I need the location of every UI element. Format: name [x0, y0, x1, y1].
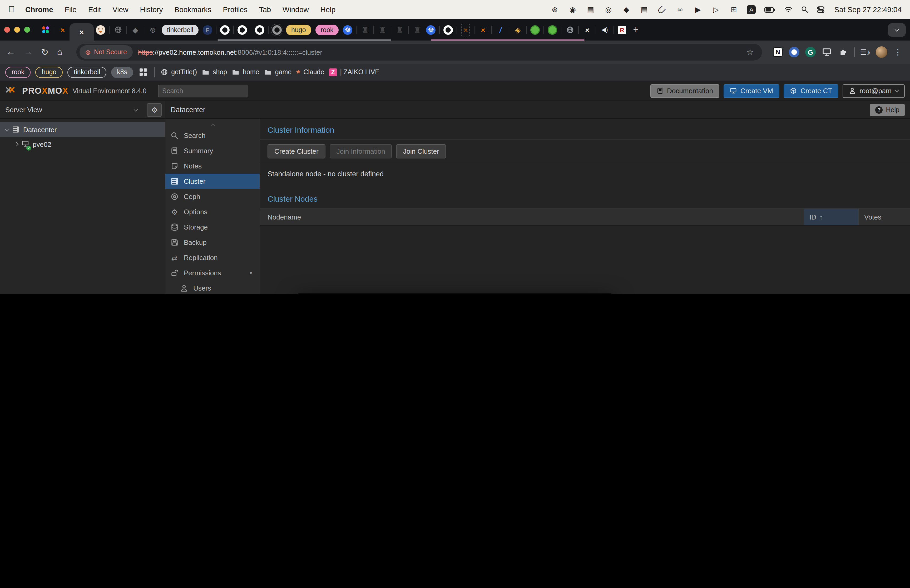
window-zoom-button[interactable] — [24, 27, 30, 32]
play-status-icon[interactable]: ▶ — [693, 5, 703, 14]
join-information-button[interactable]: Join Information — [330, 144, 392, 158]
menu-file[interactable]: File — [65, 5, 77, 14]
shield-pinned-tab[interactable]: ◆ — [128, 23, 142, 37]
tab-group-hugo[interactable]: hugo — [286, 24, 311, 35]
bookmark-zaiko[interactable]: Z| ZAIKO LIVE — [329, 68, 380, 76]
camera-status-icon[interactable]: ◉ — [568, 5, 577, 14]
windows-status-icon[interactable]: ⊞ — [729, 5, 739, 14]
view-mode-select[interactable]: Server View — [5, 106, 143, 114]
menu-tab[interactable]: Tab — [259, 5, 271, 14]
github-pinned-tab-3[interactable] — [253, 23, 267, 37]
saved-group-tinkerbell[interactable]: tinkerbell — [68, 66, 107, 78]
dialog-header[interactable]: Create Cluster × — [298, 294, 611, 294]
menu-item-notes[interactable]: Notes — [165, 158, 260, 174]
create-vm-button[interactable]: Create VM — [724, 84, 779, 98]
tree-item-datacenter[interactable]: Datacenter — [0, 122, 165, 137]
pve02-expander-icon[interactable] — [14, 142, 19, 147]
active-tab-proxmox[interactable]: × — [70, 23, 94, 40]
openai-status-icon[interactable]: ⊛ — [550, 5, 559, 14]
wifi-icon[interactable] — [784, 5, 793, 14]
menu-item-permissions[interactable]: Permissions▾ — [165, 265, 260, 281]
flux-pinned-tab[interactable]: F — [200, 23, 214, 37]
menu-item-users[interactable]: Users — [165, 281, 260, 294]
documentation-button[interactable]: Documentation — [650, 84, 719, 98]
create-ct-button[interactable]: Create CT — [784, 84, 838, 98]
proxmox-pinned-tab[interactable]: × — [56, 23, 70, 37]
keyboard-status-icon[interactable]: ▤ — [640, 5, 649, 14]
swirl-pinned-tab[interactable]: ⊛ — [146, 23, 160, 37]
profile-avatar[interactable] — [876, 46, 887, 58]
tab-group-rook[interactable]: rook — [315, 24, 339, 35]
menu-item-storage[interactable]: Storage — [165, 220, 260, 235]
column-id[interactable]: ID↑ — [804, 209, 859, 225]
screen-share-icon[interactable] — [821, 46, 832, 58]
bookmark-star-icon[interactable]: ☆ — [747, 47, 759, 57]
rook-pinned-tab-2[interactable]: ♜ — [375, 23, 389, 37]
shield-status-icon[interactable]: ◆ — [622, 5, 631, 14]
datacenter-expander-icon[interactable] — [5, 127, 9, 131]
menu-item-replication[interactable]: ⇄Replication — [165, 250, 260, 265]
saved-group-rook[interactable]: rook — [5, 66, 31, 78]
menu-profiles[interactable]: Profiles — [223, 5, 247, 14]
green-app-pinned-tab-1[interactable] — [528, 23, 542, 37]
chrome-menu-kebab-icon[interactable]: ⋮ — [892, 46, 904, 58]
menu-bookmarks[interactable]: Bookmarks — [175, 5, 212, 14]
create-cluster-button[interactable]: Create Cluster — [268, 144, 325, 158]
forward-button[interactable]: → — [24, 47, 33, 57]
globe-pinned-tab-2[interactable] — [563, 23, 577, 37]
green-app-pinned-tab-2[interactable] — [546, 23, 559, 37]
figma-pinned-tab[interactable] — [39, 23, 52, 37]
column-nodename[interactable]: Nodename — [260, 209, 804, 225]
globe-pinned-tab[interactable] — [111, 23, 125, 37]
menu-item-ceph[interactable]: Ceph — [165, 189, 260, 204]
notion-extension-icon[interactable]: N — [772, 46, 784, 58]
apps-grid-icon[interactable] — [139, 68, 147, 76]
rakuten-pinned-tab[interactable]: R — [615, 23, 629, 37]
window-close-button[interactable] — [4, 27, 10, 32]
tree-settings-button[interactable]: ⚙ — [147, 103, 162, 116]
menu-item-summary[interactable]: Summary — [165, 143, 260, 158]
menu-item-cluster[interactable]: Cluster — [165, 174, 260, 189]
glasses-status-icon[interactable]: ∞ — [676, 5, 685, 14]
not-secure-badge[interactable]: ⊗ Not Secure — [79, 45, 133, 59]
kubernetes-pinned-tab-1[interactable]: ☸ — [341, 23, 354, 37]
proxmox-pinned-tab-2[interactable]: × — [476, 23, 490, 37]
rook-pinned-tab-1[interactable]: ♜ — [358, 23, 372, 37]
back-button[interactable]: ← — [6, 47, 15, 57]
apple-menu-icon[interactable]:  — [8, 5, 15, 14]
panel-help-button[interactable]: ?Help — [870, 103, 905, 116]
face-pinned-tab[interactable] — [94, 23, 107, 37]
menu-window[interactable]: Window — [283, 5, 309, 14]
reload-button[interactable]: ↻ — [41, 47, 49, 58]
bookmark-folder-shop[interactable]: shop — [202, 68, 227, 76]
saved-group-k8s[interactable]: k8s — [111, 66, 133, 78]
github-pinned-tab-2[interactable] — [235, 23, 249, 37]
new-tab-button[interactable]: + — [633, 24, 638, 35]
grammarly-extension-icon[interactable]: G — [805, 46, 816, 58]
github-pinned-tab-4[interactable] — [270, 23, 284, 37]
menu-view[interactable]: View — [112, 5, 128, 14]
bookmark-claude[interactable]: *Claude — [296, 68, 324, 76]
rook-pinned-tab-4[interactable]: ♜ — [410, 23, 424, 37]
bookmark-gettitle[interactable]: getTitle() — [161, 68, 197, 76]
xsplit-pinned-tab[interactable]: × — [580, 23, 594, 37]
media-controls-icon[interactable]: ☰♪ — [860, 46, 871, 58]
input-source-icon[interactable]: A — [747, 5, 756, 14]
pve-search-input[interactable] — [158, 84, 247, 97]
menu-item-backup[interactable]: Backup — [165, 235, 260, 250]
github-pinned-tab-1[interactable] — [218, 23, 232, 37]
app-ring-status-icon[interactable]: ◎ — [604, 5, 613, 14]
onepassword-extension-icon[interactable] — [788, 46, 800, 58]
audio-playing-tab[interactable]: ◀) — [598, 23, 611, 37]
extensions-puzzle-icon[interactable] — [837, 46, 849, 58]
battery-icon[interactable] — [765, 6, 776, 13]
docker-status-icon[interactable]: ▦ — [586, 5, 595, 14]
bookmark-folder-home[interactable]: home — [232, 68, 259, 76]
paperclip-status-icon[interactable]: ⋃ — [656, 3, 669, 16]
join-cluster-button[interactable]: Join Cluster — [396, 144, 446, 158]
saved-group-hugo[interactable]: hugo — [36, 66, 63, 78]
kubernetes-pinned-tab-2[interactable]: ☸ — [424, 23, 438, 37]
menu-help[interactable]: Help — [320, 5, 336, 14]
rook-pinned-tab-3[interactable]: ♜ — [393, 23, 407, 37]
window-minimize-button[interactable] — [14, 27, 20, 32]
